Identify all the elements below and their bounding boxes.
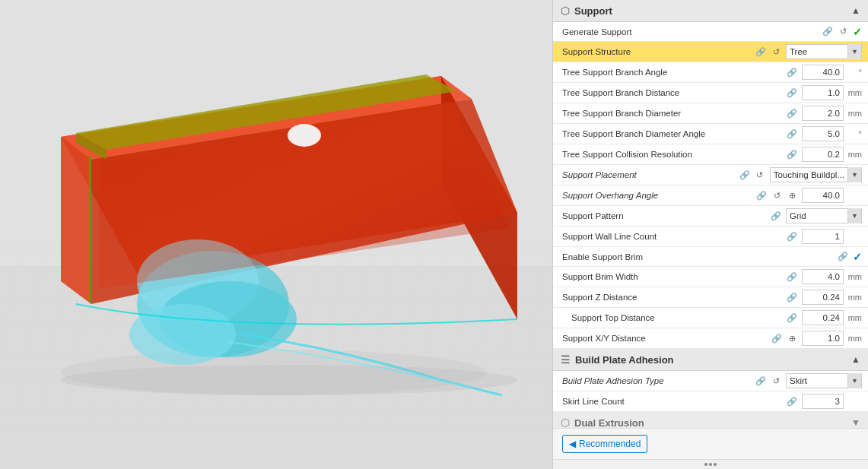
enable-support-brim-check[interactable]: ✓ (853, 251, 862, 263)
svg-point-19 (61, 365, 517, 395)
tree-branch-angle-input[interactable] (802, 65, 844, 80)
support-top-distance-input[interactable] (802, 310, 844, 325)
support-placement-dropdown[interactable]: Touching Buildpl... ▼ (770, 167, 862, 182)
tree-branch-diameter-icons: 🔗 (785, 106, 799, 120)
support-brim-width-input[interactable] (802, 269, 844, 284)
tree-branch-distance-label: Tree Support Branch Distance (562, 88, 785, 97)
build-plate-adhesion-type-dropdown-text: Skirt (787, 376, 847, 385)
build-plate-adhesion-type-row: Build Plate Adhesion Type 🔗 ↺ Skirt ▼ (553, 371, 868, 391)
tree-branch-diameter-angle-icons: 🔗 (785, 127, 799, 141)
build-plate-adhesion-type-label: Build Plate Adhesion Type (562, 376, 754, 385)
skirt-line-count-input[interactable] (802, 394, 844, 409)
tree-branch-diameter-angle-link-icon[interactable]: 🔗 (785, 127, 799, 141)
generate-support-check[interactable]: ✓ (853, 26, 862, 38)
tree-collision-resolution-value: mm (802, 147, 862, 162)
support-structure-label: Support Structure (562, 47, 754, 56)
support-pattern-dropdown-arrow[interactable]: ▼ (847, 208, 861, 223)
support-placement-link-icon[interactable]: 🔗 (738, 168, 752, 182)
build-plate-adhesion-type-link-icon[interactable]: 🔗 (754, 374, 768, 388)
generate-support-row: Generate Support 🔗 ↺ ✓ (553, 22, 868, 42)
support-xy-distance-ext-icon[interactable]: ⊕ (785, 331, 799, 345)
tree-branch-angle-link-icon[interactable]: 🔗 (785, 65, 799, 79)
support-overhang-ext-icon[interactable]: ⊕ (785, 189, 799, 202)
support-top-distance-icons: 🔗 (785, 311, 799, 325)
3d-viewport[interactable] (0, 0, 552, 469)
support-xy-distance-link-icon[interactable]: 🔗 (770, 331, 784, 345)
tree-branch-diameter-unit: mm (845, 109, 862, 118)
support-placement-dropdown-arrow[interactable]: ▼ (847, 167, 861, 182)
support-xy-distance-icons: 🔗 ⊕ (770, 331, 799, 345)
support-z-distance-icons: 🔗 (785, 290, 799, 304)
support-pattern-dropdown[interactable]: Grid ▼ (786, 208, 862, 223)
tree-branch-diameter-link-icon[interactable]: 🔗 (785, 106, 799, 120)
tree-branch-diameter-label: Tree Support Branch Diameter (562, 109, 785, 118)
build-plate-section-icon: ☰ (561, 353, 571, 366)
support-wall-line-count-input[interactable] (802, 229, 844, 244)
support-wall-line-count-link-icon[interactable]: 🔗 (785, 230, 799, 243)
support-xy-distance-row: Support X/Y Distance 🔗 ⊕ mm (553, 328, 868, 349)
build-plate-section-header[interactable]: ☰ Build Plate Adhesion ▲ (553, 349, 868, 371)
support-section-title: Support (574, 5, 851, 17)
support-overhang-link-icon[interactable]: 🔗 (755, 189, 768, 202)
tree-branch-diameter-angle-unit: ° (845, 129, 862, 138)
support-z-distance-unit: mm (845, 293, 862, 302)
support-structure-link-icon[interactable]: 🔗 (754, 45, 768, 59)
support-pattern-row: Support Pattern 🔗 Grid ▼ (553, 206, 868, 227)
dual-extrusion-section-title: Dual Extrusion (574, 417, 851, 429)
recommended-button[interactable]: ◀ Recommended (562, 435, 647, 453)
dual-extrusion-section-header[interactable]: ⬡ Dual Extrusion ▼ (553, 412, 868, 428)
support-z-distance-link-icon[interactable]: 🔗 (785, 290, 799, 304)
support-overhang-reset-icon[interactable]: ↺ (770, 189, 784, 202)
generate-support-reset-icon[interactable]: ↺ (836, 25, 850, 39)
support-top-distance-unit: mm (845, 313, 862, 322)
tree-branch-diameter-angle-value: ° (802, 126, 862, 141)
footer-dot-2 (709, 463, 712, 466)
support-overhang-angle-input[interactable] (802, 188, 844, 203)
build-plate-adhesion-type-reset-icon[interactable]: ↺ (769, 374, 783, 388)
support-placement-icons: 🔗 ↺ (738, 168, 767, 182)
support-placement-reset-icon[interactable]: ↺ (753, 168, 767, 182)
tree-branch-diameter-angle-row: Tree Support Branch Diameter Angle 🔗 ° (553, 124, 868, 144)
support-section-icon: ⬡ (561, 5, 570, 17)
support-overhang-angle-label: Support Overhang Angle (562, 191, 755, 200)
support-structure-dropdown[interactable]: Tree ▼ (786, 44, 862, 59)
support-xy-distance-unit: mm (845, 334, 862, 343)
enable-support-brim-link-icon[interactable]: 🔗 (836, 250, 850, 264)
support-structure-value: Tree ▼ (786, 44, 862, 59)
support-top-distance-row: Support Top Distance 🔗 mm (553, 308, 868, 328)
build-plate-section-title: Build Plate Adhesion (575, 354, 851, 366)
build-plate-section-chevron: ▲ (851, 354, 860, 365)
dual-extrusion-section-icon: ⬡ (561, 417, 570, 428)
support-xy-distance-input[interactable] (802, 331, 844, 346)
generate-support-link-icon[interactable]: 🔗 (821, 25, 835, 39)
tree-branch-distance-input[interactable] (802, 85, 844, 100)
footer-dot-1 (704, 463, 707, 466)
support-structure-icons: 🔗 ↺ (754, 45, 783, 59)
support-z-distance-label: Support Z Distance (562, 293, 785, 302)
support-section-chevron: ▲ (851, 5, 860, 16)
tree-branch-angle-unit: ° (845, 68, 862, 77)
panel-footer-dots (553, 459, 868, 469)
build-plate-adhesion-type-dropdown-arrow[interactable]: ▼ (847, 373, 861, 388)
support-top-distance-value: mm (802, 310, 862, 325)
support-z-distance-input[interactable] (802, 290, 844, 305)
tree-collision-resolution-input[interactable] (802, 147, 844, 162)
build-plate-adhesion-type-dropdown[interactable]: Skirt ▼ (786, 373, 862, 388)
support-section-header[interactable]: ⬡ Support ▲ (553, 0, 868, 22)
tree-branch-diameter-input[interactable] (802, 106, 844, 121)
support-structure-dropdown-arrow[interactable]: ▼ (847, 44, 861, 59)
tree-collision-resolution-label: Tree Support Collision Resolution (562, 150, 785, 159)
generate-support-icons: 🔗 ↺ (821, 25, 850, 39)
settings-panel: ⬡ Support ▲ Generate Support 🔗 ↺ ✓ Suppo… (553, 0, 868, 428)
tree-branch-diameter-angle-input[interactable] (802, 126, 844, 141)
tree-branch-distance-link-icon[interactable]: 🔗 (785, 86, 799, 100)
support-brim-width-link-icon[interactable]: 🔗 (785, 270, 799, 284)
tree-collision-resolution-link-icon[interactable]: 🔗 (785, 147, 799, 161)
support-pattern-link-icon[interactable]: 🔗 (769, 209, 783, 223)
skirt-line-count-link-icon[interactable]: 🔗 (785, 395, 799, 408)
support-structure-reset-icon[interactable]: ↺ (769, 45, 783, 59)
support-overhang-angle-value (802, 188, 862, 203)
support-wall-line-count-value (802, 229, 862, 244)
svg-marker-7 (61, 137, 91, 304)
support-top-distance-link-icon[interactable]: 🔗 (785, 311, 799, 325)
